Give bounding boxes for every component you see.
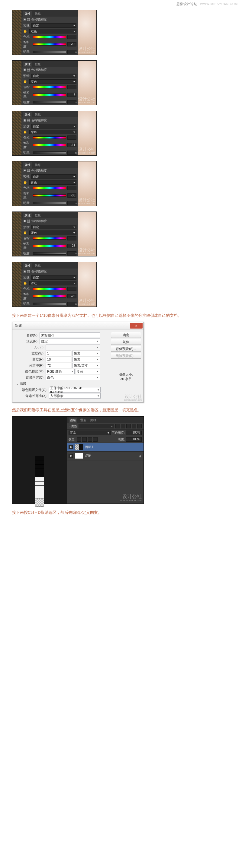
hue-value[interactable] [68, 85, 76, 89]
filter-smart-icon[interactable] [137, 424, 142, 428]
tab-info[interactable]: 信息 [33, 62, 42, 67]
depth-select[interactable]: 8 位▾ [76, 369, 100, 374]
hue-slider[interactable] [33, 136, 66, 139]
hue-slider[interactable] [33, 36, 66, 38]
tab-paths[interactable]: 路径 [89, 417, 98, 423]
hue-slider[interactable] [33, 187, 66, 189]
tab-info[interactable]: 信息 [33, 263, 42, 269]
filter-type-icon[interactable] [126, 424, 131, 428]
channel-select[interactable]: 黄色▾ [29, 79, 76, 84]
lightness-slider[interactable] [33, 101, 66, 103]
layer-item[interactable]: 背景 [67, 452, 143, 460]
close-icon[interactable]: × [130, 323, 143, 329]
filter-kind-select[interactable]: ▾ [79, 424, 114, 428]
lightness-value[interactable] [68, 151, 76, 155]
res-input[interactable]: 72 [46, 363, 71, 368]
mode-select[interactable]: RGB 颜色▾ [46, 369, 75, 374]
channel-select[interactable]: 蓝色▾ [29, 230, 76, 235]
save-preset-button[interactable]: 存储预设(S)... [111, 346, 141, 352]
bg-select[interactable]: 白色▾ [46, 375, 100, 380]
visibility-icon[interactable] [69, 454, 73, 458]
saturation-slider[interactable] [33, 144, 66, 146]
lightness-value[interactable] [68, 50, 76, 54]
hue-value[interactable] [68, 35, 76, 39]
tab-properties[interactable]: 属性 [23, 162, 32, 168]
filter-shape-icon[interactable] [132, 424, 136, 428]
channel-select[interactable]: 青色▾ [29, 180, 76, 185]
hand-icon[interactable]: ✋ [23, 30, 28, 33]
fill-input[interactable]: 100% [126, 437, 142, 442]
saturation-value[interactable]: -11 [68, 143, 76, 147]
preset-select[interactable]: 自定▾ [31, 23, 76, 28]
tab-channels[interactable]: 通道 [79, 417, 87, 423]
preset-select[interactable]: 自定▾ [31, 275, 76, 280]
lightness-value[interactable] [68, 201, 76, 205]
hue-value[interactable] [68, 135, 76, 140]
filter-adjust-icon[interactable] [121, 424, 125, 428]
saturation-value[interactable]: -23 [68, 244, 76, 248]
res-unit-select[interactable]: 像素/英寸▾ [72, 363, 100, 368]
hue-value[interactable] [68, 186, 76, 190]
tab-info[interactable]: 信息 [33, 162, 42, 168]
tab-properties[interactable]: 属性 [23, 263, 32, 269]
advanced-toggle[interactable]: ⌄ 高级 [16, 381, 109, 386]
width-unit-select[interactable]: 像素▾ [72, 350, 100, 356]
lock-position-icon[interactable] [88, 437, 92, 442]
lock-pixels-icon[interactable] [82, 437, 87, 442]
tab-info[interactable]: 信息 [33, 112, 42, 117]
saturation-slider[interactable] [33, 245, 66, 247]
tab-info[interactable]: 信息 [33, 213, 42, 218]
saturation-value[interactable]: -28 [68, 294, 76, 299]
lightness-slider[interactable] [33, 252, 66, 255]
preset-select[interactable]: 自定▾ [31, 175, 76, 179]
tab-properties[interactable]: 属性 [23, 112, 32, 117]
hue-slider[interactable] [33, 237, 66, 240]
lightness-value[interactable] [68, 302, 76, 306]
lightness-value[interactable] [68, 100, 76, 104]
preset-select[interactable]: 自定▾ [39, 339, 100, 344]
hand-icon[interactable]: ✋ [23, 281, 28, 285]
visibility-icon[interactable] [69, 445, 73, 449]
height-unit-select[interactable]: 像素▾ [72, 356, 100, 362]
preset-select[interactable]: 自定▾ [31, 124, 76, 128]
cancel-button[interactable]: 复位 [111, 339, 141, 345]
lock-all-icon[interactable] [93, 437, 98, 442]
height-input[interactable]: 10 [46, 356, 71, 362]
filter-pixel-icon[interactable] [115, 424, 120, 428]
channel-select[interactable]: 绿色▾ [29, 130, 76, 134]
blend-mode-select[interactable]: 正常▾ [69, 431, 111, 435]
width-input[interactable]: 1 [46, 350, 71, 356]
ok-button[interactable]: 确定 [111, 332, 141, 338]
opacity-input[interactable]: 100% [126, 431, 142, 435]
aspect-select[interactable]: 方形像素▾ [49, 393, 101, 399]
lightness-slider[interactable] [33, 303, 66, 305]
lock-transparent-icon[interactable] [77, 437, 81, 442]
hand-icon[interactable]: ✋ [23, 181, 28, 184]
saturation-value[interactable]: -7 [68, 93, 76, 97]
tab-properties[interactable]: 属性 [23, 11, 32, 17]
hand-icon[interactable]: ✋ [23, 130, 28, 134]
hue-value[interactable] [68, 236, 76, 241]
saturation-slider[interactable] [33, 94, 66, 96]
tab-info[interactable]: 信息 [33, 11, 42, 17]
tab-properties[interactable]: 属性 [23, 62, 32, 67]
hue-value[interactable] [68, 287, 76, 291]
lightness-slider[interactable] [33, 51, 66, 53]
saturation-slider[interactable] [33, 295, 66, 298]
dialog-titlebar[interactable]: 新建 × [12, 322, 143, 330]
hand-icon[interactable]: ✋ [23, 80, 28, 83]
tab-properties[interactable]: 属性 [23, 213, 32, 218]
preset-select[interactable]: 自定▾ [31, 73, 76, 78]
hand-icon[interactable]: ✋ [23, 231, 28, 235]
name-input[interactable]: 未标题-1 [39, 333, 100, 338]
channel-select[interactable]: 红色▾ [29, 29, 76, 33]
lightness-value[interactable] [68, 251, 76, 255]
saturation-slider[interactable] [33, 43, 66, 45]
preset-select[interactable]: 自定▾ [31, 225, 76, 229]
hue-slider[interactable] [33, 86, 66, 88]
layer-item[interactable]: 图层 1 [67, 443, 143, 452]
lightness-slider[interactable] [33, 151, 66, 154]
lightness-slider[interactable] [33, 202, 66, 204]
channel-select[interactable]: 洋红▾ [29, 281, 76, 285]
saturation-slider[interactable] [33, 194, 66, 197]
